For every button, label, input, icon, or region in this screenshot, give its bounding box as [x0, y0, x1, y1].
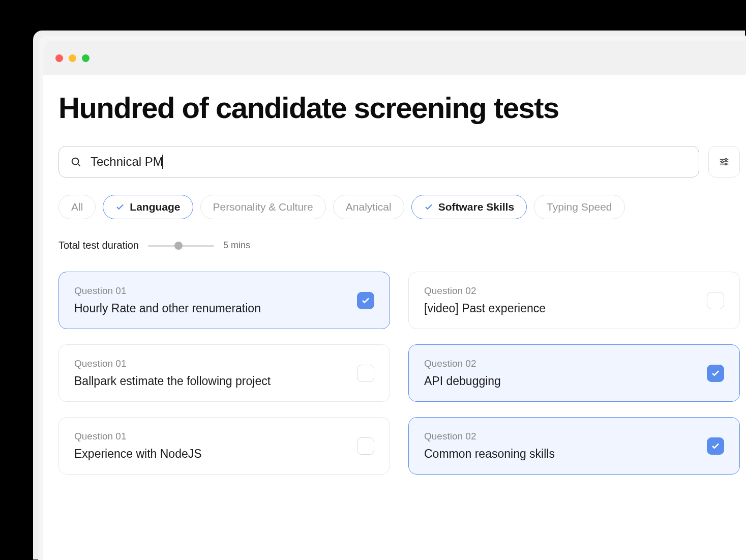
svg-point-5 — [725, 159, 727, 161]
chip-typing-speed[interactable]: Typing Speed — [534, 195, 624, 219]
chip-all[interactable]: All — [58, 195, 96, 219]
question-title: Hourly Rate and other renumeration — [74, 302, 357, 315]
check-icon — [711, 369, 720, 378]
check-icon — [115, 202, 125, 212]
question-card[interactable]: Question 01 Experience with NodeJS — [58, 417, 390, 475]
text-cursor — [162, 155, 163, 169]
maximize-window-button[interactable] — [82, 54, 89, 62]
question-checkbox[interactable] — [707, 292, 724, 309]
filter-button[interactable] — [708, 146, 740, 178]
search-icon — [70, 156, 81, 167]
questions-grid: Question 01 Hourly Rate and other renume… — [58, 272, 740, 475]
question-checkbox[interactable] — [357, 437, 374, 455]
question-checkbox[interactable] — [707, 437, 724, 455]
chip-analytical[interactable]: Analytical — [333, 195, 404, 219]
search-box[interactable]: Technical PM — [58, 146, 699, 178]
question-number: Question 02 — [424, 285, 707, 297]
close-window-button[interactable] — [55, 54, 63, 62]
svg-point-0 — [72, 158, 79, 165]
svg-point-7 — [725, 163, 727, 165]
question-card[interactable]: Question 02 API debugging — [408, 344, 740, 402]
title-bar — [43, 41, 746, 75]
slider-thumb[interactable] — [174, 242, 183, 250]
filter-chips: All Language Personality & Culture Analy… — [58, 195, 740, 219]
search-input[interactable]: Technical PM — [91, 155, 163, 169]
question-title: Common reasoning skills — [424, 447, 707, 461]
chip-software-skills[interactable]: Software Skills — [411, 195, 527, 219]
duration-label: Total test duration — [58, 240, 139, 251]
chip-label: Analytical — [346, 201, 392, 213]
check-icon — [424, 202, 433, 212]
question-number: Question 02 — [424, 358, 707, 369]
question-checkbox[interactable] — [357, 365, 374, 382]
question-card[interactable]: Question 01 Ballpark estimate the follow… — [58, 344, 390, 402]
check-icon — [361, 296, 370, 305]
duration-slider[interactable] — [148, 244, 214, 248]
minimize-window-button[interactable] — [69, 54, 76, 62]
chip-label: All — [71, 201, 83, 213]
question-card[interactable]: Question 02 [video] Past experience — [408, 272, 740, 329]
chip-personality[interactable]: Personality & Culture — [200, 195, 326, 219]
page-title: Hundred of candidate screening tests — [58, 91, 740, 125]
question-number: Question 01 — [74, 285, 357, 297]
svg-point-6 — [722, 161, 724, 163]
question-title: API debugging — [424, 374, 707, 388]
question-card[interactable]: Question 02 Common reasoning skills — [408, 417, 740, 475]
question-card[interactable]: Question 01 Hourly Rate and other renume… — [58, 272, 390, 329]
chip-label: Software Skills — [438, 201, 514, 213]
chip-label: Typing Speed — [547, 201, 612, 213]
question-title: Ballpark estimate the following project — [74, 374, 357, 388]
question-number: Question 01 — [74, 431, 357, 442]
question-title: [video] Past experience — [424, 302, 707, 315]
sliders-icon — [719, 156, 730, 167]
app-window: Hundred of candidate screening tests Tec… — [43, 41, 746, 560]
duration-control: Total test duration 5 mins — [58, 240, 740, 251]
check-icon — [711, 441, 720, 451]
chip-label: Language — [130, 201, 180, 213]
chip-label: Personality & Culture — [213, 201, 313, 213]
chip-language[interactable]: Language — [103, 195, 193, 219]
question-checkbox[interactable] — [707, 365, 724, 382]
question-title: Experience with NodeJS — [74, 447, 357, 461]
traffic-lights — [55, 54, 89, 62]
question-checkbox[interactable] — [357, 292, 374, 309]
duration-value: 5 mins — [223, 240, 250, 251]
question-number: Question 02 — [424, 431, 707, 442]
question-number: Question 01 — [74, 358, 357, 369]
svg-line-1 — [78, 164, 80, 166]
